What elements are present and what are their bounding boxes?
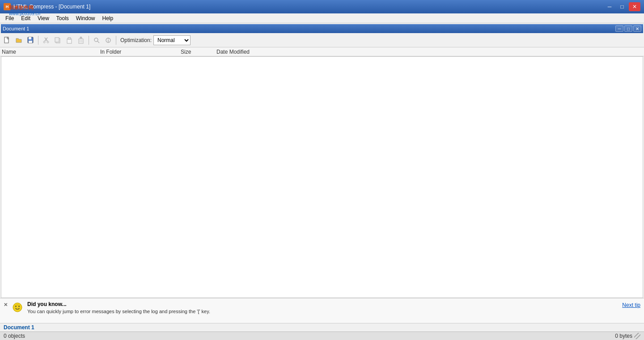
tip-text: You can quickly jump to error messages b… <box>27 309 622 314</box>
paste-button[interactable] <box>64 35 75 46</box>
tip-title: Did you know... <box>27 301 622 307</box>
column-headers: Name In Folder Size Date Modified <box>0 47 644 56</box>
inner-title-text: Document 1 <box>3 26 29 31</box>
optimization-area: Optimization: Fastest Normal Maximum <box>120 35 191 45</box>
title-bar-left: H HTML Compress - [Document 1] <box>4 3 90 10</box>
svg-rect-12 <box>68 38 71 39</box>
minimize-button[interactable]: ─ <box>604 2 615 11</box>
new-button[interactable] <box>2 35 13 46</box>
col-modified-header: Date Modified <box>216 49 642 55</box>
next-tip-link[interactable]: Next tip <box>622 302 640 308</box>
title-text: HTML Compress - [Document 1] <box>13 4 90 10</box>
menu-tools[interactable]: Tools <box>53 14 72 22</box>
save-button[interactable] <box>25 35 36 46</box>
inner-title-controls: ─ □ ✕ <box>615 26 641 32</box>
separator-3 <box>116 36 116 45</box>
cut-button[interactable] <box>41 35 51 46</box>
optimization-label: Optimization: <box>120 37 152 43</box>
col-size-header: Size <box>181 49 216 55</box>
svg-point-8 <box>47 41 49 43</box>
svg-point-24 <box>15 306 16 307</box>
svg-line-19 <box>97 41 99 43</box>
menu-view[interactable]: View <box>34 14 53 22</box>
app-icon: H <box>4 3 11 10</box>
close-button[interactable]: ✕ <box>629 2 640 11</box>
toolbar: Optimization: Fastest Normal Maximum <box>0 33 644 47</box>
svg-rect-10 <box>55 38 59 42</box>
resize-grip[interactable] <box>634 333 640 339</box>
svg-point-7 <box>43 41 45 43</box>
status-bar: Document 1 <box>0 323 644 332</box>
svg-point-23 <box>13 303 22 312</box>
svg-point-18 <box>94 38 98 42</box>
doc-name: Document 1 <box>4 324 34 331</box>
svg-rect-13 <box>79 39 83 43</box>
col-name-header: Name <box>2 49 100 55</box>
objects-count: 0 objects <box>4 333 25 339</box>
properties-button[interactable] <box>103 35 114 46</box>
tip-panel: ✕ Did you know... You can quickly jump t… <box>0 298 644 323</box>
copy-button[interactable] <box>52 35 63 46</box>
open-button[interactable] <box>13 35 24 46</box>
menu-file[interactable]: File <box>2 14 17 22</box>
find-button[interactable] <box>91 35 102 46</box>
separator-2 <box>89 36 89 45</box>
tip-content: Did you know... You can quickly jump to … <box>27 301 622 314</box>
svg-point-21 <box>108 38 109 39</box>
title-bar: H HTML Compress - [Document 1] 和来软件网 www… <box>0 0 644 13</box>
menu-help[interactable]: Help <box>99 14 117 22</box>
inner-minimize-button[interactable]: ─ <box>615 26 623 32</box>
svg-rect-4 <box>29 41 32 43</box>
tip-icon <box>11 301 24 314</box>
title-controls: ─ □ ✕ <box>604 2 640 11</box>
main-content <box>1 56 643 298</box>
svg-point-25 <box>18 306 19 307</box>
menu-edit[interactable]: Edit <box>17 14 34 22</box>
bottom-status: 0 objects 0 bytes <box>0 332 644 340</box>
optimization-select[interactable]: Fastest Normal Maximum <box>153 35 191 45</box>
maximize-button[interactable]: □ <box>616 2 628 11</box>
svg-rect-3 <box>29 37 31 39</box>
tip-close-button[interactable]: ✕ <box>4 302 8 308</box>
bytes-count: 0 bytes <box>615 333 632 339</box>
inner-maximize-button[interactable]: □ <box>624 26 632 32</box>
inner-title-bar: Document 1 ─ □ ✕ <box>1 24 643 33</box>
menu-bar: File Edit View Tools Window Help <box>0 13 644 23</box>
delete-button[interactable] <box>76 35 86 46</box>
separator-1 <box>38 36 38 45</box>
menu-window[interactable]: Window <box>72 14 99 22</box>
col-folder-header: In Folder <box>100 49 181 55</box>
inner-close-button[interactable]: ✕ <box>633 26 641 32</box>
